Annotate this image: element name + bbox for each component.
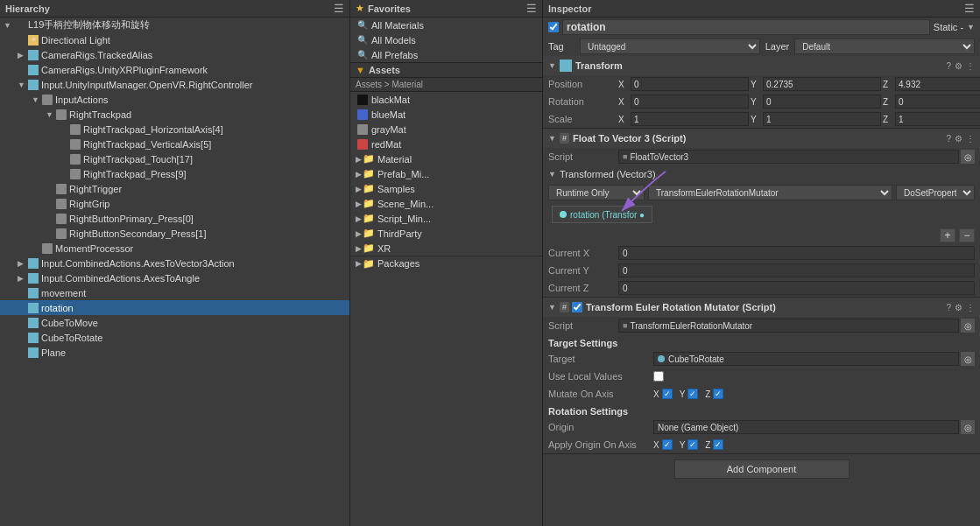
component-enabled-checkbox[interactable] <box>572 302 582 312</box>
vertical-dots-icon[interactable]: ⋮ <box>966 303 975 312</box>
mat-bluemat[interactable]: blueMat <box>350 107 542 122</box>
position-z-input[interactable]: 4.932 <box>895 77 980 91</box>
mutator-target-select[interactable]: TransformEulerRotationMutator <box>648 185 892 200</box>
list-item[interactable]: ☀ Directional Light <box>0 32 349 47</box>
apply-x-checkbox[interactable]: ✓ <box>662 439 673 450</box>
help-icon[interactable]: ? <box>946 134 951 144</box>
settings-icon[interactable]: ⚙ <box>955 303 962 312</box>
layer-select[interactable]: Default <box>794 39 975 54</box>
target-pick-btn[interactable]: ◎ <box>961 352 975 366</box>
settings-icon[interactable]: ⚙ <box>955 61 962 71</box>
selected-hierarchy-item[interactable]: rotation <box>0 300 349 315</box>
scale-x-input[interactable] <box>631 112 749 126</box>
folder-prefab[interactable]: ▶ 📁 Prefab_Mi... <box>350 166 542 181</box>
cube-icon <box>28 347 39 358</box>
tag-select[interactable]: Untagged <box>580 39 760 54</box>
favorites-all-materials[interactable]: 🔍 All Materials <box>350 18 542 32</box>
list-item[interactable]: MomentProcessor <box>0 241 349 256</box>
apply-axis-checks: X ✓ Y ✓ Z ✓ <box>653 439 723 450</box>
folder-icon: 📁 <box>363 153 375 165</box>
scale-y-input[interactable] <box>763 112 881 126</box>
folder-packages[interactable]: ▶ 📁 Packages <box>350 256 542 270</box>
vertical-dots-icon[interactable]: ⋮ <box>966 134 975 144</box>
folder-samples[interactable]: ▶ 📁 Samples <box>350 181 542 196</box>
add-connection-button[interactable]: + <box>940 228 955 242</box>
list-item[interactable]: ▼ InputActions <box>0 92 349 107</box>
list-item[interactable]: ▶ CameraRigs.TrackedAlias <box>0 47 349 62</box>
remove-connection-button[interactable]: − <box>959 228 975 242</box>
folder-script[interactable]: ▶ 📁 Script_Min... <box>350 211 542 226</box>
static-dropdown-icon[interactable]: ▼ <box>967 23 975 32</box>
connection-item[interactable]: rotation (Transfor ● <box>552 206 652 223</box>
list-item[interactable]: ▶ Input.CombinedActions.AxesToAngle <box>0 270 349 285</box>
rotation-z-input[interactable] <box>895 95 980 109</box>
list-item[interactable]: movement <box>0 285 349 300</box>
scale-z-input[interactable] <box>895 112 980 126</box>
folder-scene[interactable]: ▶ 📁 Scene_Min... <box>350 196 542 211</box>
x-label: X <box>618 97 631 107</box>
list-item[interactable]: ▼ Input.UnityInputManager.OpenVR.RightCo… <box>0 77 349 92</box>
y-checkbox[interactable]: ✓ <box>687 389 698 399</box>
list-item[interactable]: ▼ RightTrackpad <box>0 107 349 122</box>
favorites-all-prefabs[interactable]: 🔍 All Prefabs <box>350 47 542 62</box>
mat-blackmat[interactable]: blackMat <box>350 92 542 107</box>
mutator-method-select[interactable]: DoSetProperty <box>896 185 975 200</box>
position-x-input[interactable]: 0 <box>631 77 749 91</box>
mat-graymat[interactable]: grayMat <box>350 122 542 137</box>
list-item[interactable]: RightTrackpad_HorizontalAxis[4] <box>0 122 349 137</box>
hierarchy-panel-header: Hierarchy ☰ <box>0 0 349 18</box>
list-item[interactable]: RightTrigger <box>0 181 349 196</box>
item-label: Input.CombinedActions.AxesToAngle <box>41 273 200 284</box>
x-checkbox[interactable]: ✓ <box>662 389 673 399</box>
rotation-y-input[interactable] <box>763 95 881 109</box>
list-item[interactable]: ▶ Input.CombinedActions.AxesToVector3Act… <box>0 256 349 270</box>
rotation-x-input[interactable] <box>631 95 749 109</box>
add-component-button[interactable]: Add Component <box>674 459 850 479</box>
list-item[interactable]: RightButtonSecondary_Press[1] <box>0 226 349 241</box>
apply-z-checkbox[interactable]: ✓ <box>713 439 723 450</box>
current-y-input[interactable] <box>618 263 975 277</box>
inspector-menu-icon[interactable]: ☰ <box>964 2 975 15</box>
list-item[interactable]: RightButtonPrimary_Press[0] <box>0 211 349 226</box>
favorites-all-models[interactable]: 🔍 All Models <box>350 32 542 47</box>
list-item[interactable]: RightTrackpad_Touch[17] <box>0 151 349 166</box>
folder-xr[interactable]: ▶ 📁 XR <box>350 241 542 256</box>
hierarchy-root[interactable]: ▼ L19手柄控制物体移动和旋转 <box>0 18 349 32</box>
axis-x-check: X ✓ <box>653 389 673 399</box>
help-icon[interactable]: ? <box>946 61 951 71</box>
folder-thirdparty[interactable]: ▶ 📁 ThirdParty <box>350 226 542 241</box>
use-local-checkbox[interactable] <box>653 371 664 382</box>
hierarchy-menu-icon[interactable]: ☰ <box>334 2 344 15</box>
item-label: CubeToMove <box>41 318 98 328</box>
position-y-input[interactable]: 0.2735 <box>763 77 881 91</box>
list-item[interactable]: Plane <box>0 345 349 360</box>
list-item[interactable]: CubeToMove <box>0 315 349 330</box>
transform-euler-header[interactable]: ▼ # Transform Euler Rotation Mutator (Sc… <box>543 298 980 317</box>
runtime-select[interactable]: Runtime Only <box>548 185 645 200</box>
origin-pick-btn[interactable]: ◎ <box>961 420 975 434</box>
folder-material[interactable]: ▶ 📁 Material <box>350 151 542 166</box>
list-item[interactable]: CubeToRotate <box>0 330 349 345</box>
current-z-input[interactable] <box>618 281 975 295</box>
help-icon[interactable]: ? <box>946 303 951 312</box>
mat-redmat[interactable]: redMat <box>350 137 542 151</box>
list-item[interactable]: CameraRigs.UnityXRPluginFramework <box>0 62 349 77</box>
settings-icon[interactable]: ⚙ <box>955 134 962 144</box>
target-btn[interactable]: ◎ <box>961 319 975 333</box>
object-active-checkbox[interactable] <box>548 22 559 32</box>
vertical-dots-icon[interactable]: ⋮ <box>966 61 975 71</box>
search-icon: 🔍 <box>357 50 368 60</box>
apply-origin-label: Apply Origin On Axis <box>548 439 653 450</box>
cube-icon <box>28 273 39 284</box>
transform-header[interactable]: ▼ Transform ? ⚙ ⋮ <box>543 56 980 75</box>
float-to-vector3-header[interactable]: ▼ # Float To Vector 3 (Script) ? ⚙ ⋮ <box>543 129 980 148</box>
favorites-menu-icon[interactable]: ☰ <box>526 2 537 15</box>
list-item[interactable]: RightGrip <box>0 196 349 211</box>
current-x-input[interactable] <box>618 246 975 260</box>
list-item[interactable]: RightTrackpad_Press[9] <box>0 166 349 181</box>
apply-y-checkbox[interactable]: ✓ <box>687 439 698 450</box>
list-item[interactable]: RightTrackpad_VerticalAxis[5] <box>0 137 349 151</box>
z-checkbox[interactable]: ✓ <box>713 389 723 399</box>
target-btn[interactable]: ◎ <box>961 150 975 164</box>
cube-icon <box>28 50 39 60</box>
